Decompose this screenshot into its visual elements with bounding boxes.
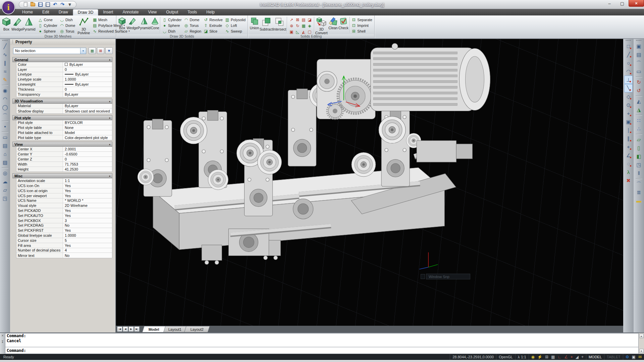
mesh-box-button[interactable]: Box xyxy=(1,16,11,34)
circle-button[interactable]: ◉ xyxy=(1,86,9,95)
mirror-3d-button[interactable]: ◮ xyxy=(635,105,643,114)
solid-cone-button[interactable]: Cone xyxy=(151,16,160,34)
solid-pyramid-button[interactable]: Pyramid xyxy=(138,16,151,34)
menu-item-insert[interactable]: Insert xyxy=(98,9,118,15)
sheet-tab-model[interactable]: Model xyxy=(142,326,166,332)
rotate-3d-button[interactable]: ↺ xyxy=(635,86,643,95)
property-value[interactable]: Yes xyxy=(63,228,112,233)
property-value[interactable]: Yes xyxy=(63,183,112,188)
tablet-toggle[interactable]: TABLET xyxy=(604,354,623,360)
align-button[interactable]: ‖ xyxy=(635,169,643,177)
point-button[interactable]: ▪ xyxy=(1,122,9,131)
join-button[interactable]: ⌒ xyxy=(635,59,643,67)
toolbar-grip[interactable]: ▪▪▪▪ xyxy=(626,39,631,42)
property-value[interactable]: Color-dependent plot style xyxy=(63,135,112,140)
copy-nested-button[interactable]: ▤ xyxy=(635,50,643,59)
ribbon-button-region[interactable]: ▱Region xyxy=(182,28,202,34)
snap-perpendicular-button[interactable]: ⊥ xyxy=(624,76,633,84)
ribbon-button-extrude[interactable]: ⇧Extrude xyxy=(202,22,224,28)
open-file-button[interactable] xyxy=(30,2,36,7)
rotate-button[interactable]: ↻ xyxy=(635,78,643,86)
measure-button[interactable]: ≣ xyxy=(635,188,643,196)
property-value[interactable]: 0 xyxy=(63,67,112,72)
collapse-arrow-icon[interactable]: ▴ xyxy=(109,58,110,61)
property-section-view[interactable]: View▴ xyxy=(12,142,112,147)
solid-edit-button[interactable]: ◧ xyxy=(635,152,643,161)
mesh-pyramid-button[interactable]: Pyramid xyxy=(22,16,36,34)
ribbon-button-cylinder[interactable]: ▯Cylinder xyxy=(161,17,182,22)
boundary-button[interactable]: ◳ xyxy=(1,194,9,202)
maximize-button[interactable]: ▢ xyxy=(616,0,629,7)
new-file-button[interactable] xyxy=(22,2,29,7)
sketch-button[interactable]: ✎ xyxy=(1,76,9,84)
scroll-up-icon[interactable]: ▲ xyxy=(639,334,644,338)
3d-convert-button[interactable]: 3D Convert xyxy=(315,16,328,34)
snap-tracking-button[interactable]: λ xyxy=(624,168,633,176)
property-value[interactable]: ByLayer xyxy=(63,104,112,108)
snap-quadrant-button[interactable]: ◇ xyxy=(624,92,633,101)
ellipse-button[interactable]: ◯ xyxy=(1,103,9,111)
snap-apparent-button[interactable]: ∠ xyxy=(624,151,633,160)
snap-from-button[interactable]: ◌ xyxy=(624,160,633,168)
property-value[interactable]: No xyxy=(63,223,112,228)
solid-wedge-button[interactable]: Wedge xyxy=(127,16,138,34)
drawing-viewport[interactable]: Window Snp xyxy=(116,39,623,326)
property-section-misc[interactable]: Misc▴ xyxy=(12,173,112,178)
redo-button[interactable]: ↷ xyxy=(59,2,65,7)
ribbon-button-sphere[interactable]: ●Sphere xyxy=(37,28,58,34)
explode-button[interactable]: ▱ xyxy=(635,135,643,144)
snap-extension-button[interactable]: ⌖ xyxy=(624,143,633,151)
snap-clear-all-button[interactable]: ✖ xyxy=(624,176,633,185)
annotation-scale[interactable]: λ 1:1 xyxy=(515,354,529,360)
command-input[interactable]: Command: xyxy=(5,347,639,354)
collapse-arrow-icon[interactable]: ▴ xyxy=(109,100,110,103)
annotation-visibility-icon[interactable]: ◉ xyxy=(530,355,536,359)
esnap-icon[interactable]: ◢ xyxy=(574,355,580,359)
sheet-nav-button-0[interactable]: |◀ xyxy=(117,326,122,332)
property-value[interactable]: Shadows cast and received xyxy=(63,108,112,114)
array-button[interactable]: ∷ xyxy=(635,116,643,125)
multiline-button[interactable]: ▤ xyxy=(1,141,9,150)
snap-node-button[interactable]: ⊙ xyxy=(624,101,633,109)
revision-cloud-button[interactable]: ☁ xyxy=(1,177,9,186)
property-value[interactable]: Model xyxy=(63,130,112,135)
3d-polyline-button[interactable]: 3D Polyline xyxy=(77,16,90,34)
ribbon-button-dish[interactable]: ◡Dish xyxy=(161,28,182,34)
arc-continue-button[interactable]: ⌒ xyxy=(1,111,9,120)
minimize-button[interactable]: – xyxy=(603,0,616,7)
snap-nearest-button[interactable]: ╱ xyxy=(624,50,633,59)
menu-item-view[interactable]: View xyxy=(143,9,161,15)
property-value[interactable]: * WORLD * xyxy=(63,198,112,203)
property-value[interactable]: Yes xyxy=(63,188,112,193)
property-value[interactable]: Yes xyxy=(63,208,112,213)
property-value[interactable]: Yes xyxy=(63,213,112,218)
property-value[interactable]: 1.0000 xyxy=(63,77,112,82)
color-faces-button[interactable]: ◈ xyxy=(307,23,313,29)
menu-item-tools[interactable]: Tools xyxy=(183,9,202,15)
pin-icon[interactable]: ↧ xyxy=(1,340,4,344)
solid-box-button[interactable]: Box xyxy=(118,16,127,34)
ribbon-button-cylinder[interactable]: ▯Cylinder xyxy=(37,22,58,28)
property-value[interactable]: -0.6500 xyxy=(63,152,112,156)
snap-midpoint-button[interactable]: ∣ xyxy=(624,126,633,134)
grid-icon[interactable]: ▦ xyxy=(550,355,556,359)
rotate-faces-button[interactable]: ⊕ xyxy=(288,23,294,29)
property-value[interactable]: 41.2530 xyxy=(63,167,112,172)
property-value[interactable]: 1.0000 xyxy=(63,233,112,238)
sheet-nav-button-1[interactable]: ◀ xyxy=(123,326,128,332)
scroll-down-icon[interactable]: ▼ xyxy=(639,349,644,353)
property-value[interactable]: 71.7553 xyxy=(63,162,112,167)
otrack-icon[interactable]: ⌖ xyxy=(569,355,574,359)
filter-button[interactable]: ▼ xyxy=(105,47,113,54)
edit-polyline-button[interactable]: ▭ xyxy=(635,67,643,76)
chamfer-button[interactable]: ◳ xyxy=(635,161,643,169)
snap-intersection-button[interactable]: + xyxy=(624,109,633,118)
property-value[interactable]: 0 xyxy=(63,87,112,92)
ribbon-button-separate[interactable]: ⊟Separate xyxy=(350,17,373,22)
rectangle-button[interactable]: ▭ xyxy=(1,133,9,141)
property-value[interactable]: BYCOLOR xyxy=(63,120,112,125)
line-button[interactable]: ╱ xyxy=(1,42,9,50)
subtract-button[interactable]: Subtract xyxy=(260,16,273,34)
collapse-arrow-icon[interactable]: ▴ xyxy=(109,174,110,177)
menu-item-edit[interactable]: Edit xyxy=(38,9,54,15)
